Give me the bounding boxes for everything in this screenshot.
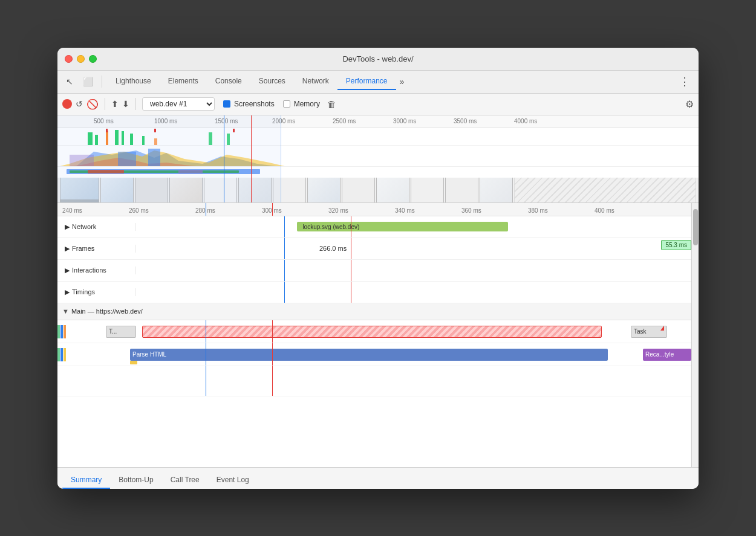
cpu-row (57, 146, 699, 167)
task-short-label[interactable]: T... (106, 326, 136, 338)
tabs-container: Lighthouse Elements Console Sources Netw… (107, 73, 673, 90)
timings-row-text: Timings (72, 288, 95, 295)
main-thread-label: Main — https://web.dev/ (71, 308, 143, 315)
network-blue-line (284, 216, 285, 237)
recalc-style-bar[interactable]: Reca...tyle (643, 349, 691, 361)
tick-500: 500 ms (94, 118, 114, 124)
long-task-bar[interactable] (142, 326, 602, 338)
tab-summary[interactable]: Summary (62, 472, 110, 489)
svg-rect-4 (115, 130, 119, 146)
parse-html-bar[interactable]: Parse HTML (130, 349, 608, 361)
screenshot-thumb-7 (307, 178, 341, 202)
record-divider-2 (135, 98, 136, 110)
small-block-3 (64, 325, 66, 338)
overview-content (57, 128, 699, 202)
tick-2000: 2000 ms (272, 118, 295, 124)
download-button[interactable]: ⬇ (122, 99, 129, 109)
ruler-tick-360: 360 ms (461, 207, 481, 214)
screenshot-thumb-6 (273, 178, 306, 202)
frames-row-content: 266.0 ms 55.3 ms (136, 238, 691, 259)
bottom-tabs: Summary Bottom-Up Call Tree Event Log (57, 467, 699, 489)
timings-row-label[interactable]: ▶ Timings (57, 288, 136, 296)
screenshot-thumb-12 (480, 178, 513, 202)
upload-button[interactable]: ⬆ (111, 99, 119, 109)
tick-1000: 1000 ms (154, 118, 177, 124)
svg-rect-8 (154, 138, 157, 146)
toolbar-divider-1 (102, 76, 102, 88)
network-row-label[interactable]: ▶ Network (57, 223, 136, 231)
close-button[interactable] (65, 55, 73, 63)
timings-blue-line (284, 282, 285, 303)
frames-row: ▶ Frames 266.0 ms 55.3 ms (57, 238, 691, 260)
svg-rect-17 (148, 149, 160, 167)
ruler-blue-line (206, 203, 206, 216)
interactions-row-label[interactable]: ▶ Interactions (57, 266, 136, 274)
maximize-button[interactable] (89, 55, 97, 63)
svg-rect-2 (95, 135, 98, 146)
ruler-tick-400: 400 ms (595, 207, 614, 214)
timeline-scrollbar[interactable] (691, 203, 699, 467)
network-toggle-icon: ▶ (65, 223, 70, 231)
inspect-tool-button[interactable]: ↖ (62, 74, 77, 89)
devtools-menu-button[interactable]: ⋮ (676, 73, 694, 91)
main-thread-toggle: ▼ (62, 308, 69, 315)
er1-blue-line (206, 366, 206, 396)
svg-rect-13 (233, 129, 235, 132)
memory-checkbox[interactable] (283, 100, 290, 108)
svg-rect-11 (106, 129, 108, 132)
scrollbar-thumb[interactable] (693, 209, 698, 245)
tab-lighthouse[interactable]: Lighthouse (107, 73, 160, 90)
reload-button[interactable]: ↺ (76, 99, 83, 109)
frames-toggle-icon: ▶ (65, 245, 70, 253)
device-toolbar-button[interactable]: ⬜ (79, 74, 97, 89)
svg-rect-21 (88, 170, 124, 173)
tab-bar: ↖ ⬜ Lighthouse Elements Console Sources … (57, 71, 699, 94)
screenshot-thumb-2 (135, 178, 168, 202)
ph-strip-2 (60, 348, 63, 361)
task-row: T... Task (57, 320, 691, 343)
ruler-tick-340: 340 ms (395, 207, 415, 214)
tab-performance[interactable]: Performance (337, 73, 396, 90)
devtools-window: DevTools - web.dev/ ↖ ⬜ Lighthouse Eleme… (57, 48, 699, 489)
url-selector[interactable]: web.dev #1 (142, 97, 215, 111)
settings-button[interactable]: ⚙ (685, 98, 694, 110)
tab-console[interactable]: Console (207, 73, 250, 90)
interactions-blue-line (284, 260, 285, 281)
network-row-text: Network (72, 223, 96, 230)
small-yellow-bar (130, 361, 137, 364)
tab-network[interactable]: Network (294, 73, 337, 90)
more-tabs-button[interactable]: » (396, 74, 408, 89)
window-title: DevTools - web.dev/ (342, 54, 413, 63)
tab-sources[interactable]: Sources (250, 73, 294, 90)
screenshot-thumb-0 (60, 178, 99, 202)
record-button[interactable] (62, 99, 72, 109)
svg-rect-16 (118, 152, 136, 167)
memory-label[interactable]: Memory (294, 100, 320, 108)
svg-rect-9 (209, 132, 212, 146)
timeline-ruler: 240 ms 260 ms 280 ms 300 ms 320 ms 340 m… (57, 203, 691, 216)
ruler-tick-260: 260 ms (129, 207, 149, 214)
small-block-2 (60, 325, 63, 338)
task-blue-line (206, 320, 206, 343)
tab-elements[interactable]: Elements (160, 73, 207, 90)
lockup-svg-bar[interactable] (297, 222, 508, 231)
screenshot-thumb-4 (204, 178, 237, 202)
svg-rect-1 (88, 132, 93, 146)
task-short-text: T... (109, 328, 117, 335)
ruler-tick-240: 240 ms (62, 207, 82, 214)
tab-bottom-up[interactable]: Bottom-Up (110, 472, 161, 489)
minimize-button[interactable] (77, 55, 85, 63)
ph-strip-3 (64, 348, 66, 361)
interactions-toggle-icon: ▶ (65, 266, 70, 274)
tab-call-tree[interactable]: Call Tree (162, 472, 208, 489)
tab-event-log[interactable]: Event Log (208, 472, 258, 489)
stop-button[interactable]: 🚫 (86, 98, 99, 110)
ruler-tick-320: 320 ms (328, 207, 348, 214)
screenshots-label[interactable]: Screenshots (234, 100, 275, 108)
empty-row-1 (57, 366, 691, 396)
tick-4000: 4000 ms (514, 118, 537, 124)
frames-row-label[interactable]: ▶ Frames (57, 245, 136, 253)
timeline-rows[interactable]: ▶ Network lockup.svg (web.dev) (57, 216, 691, 467)
clear-button[interactable]: 🗑 (327, 99, 336, 109)
main-thread-header[interactable]: ▼ Main — https://web.dev/ (57, 303, 691, 320)
